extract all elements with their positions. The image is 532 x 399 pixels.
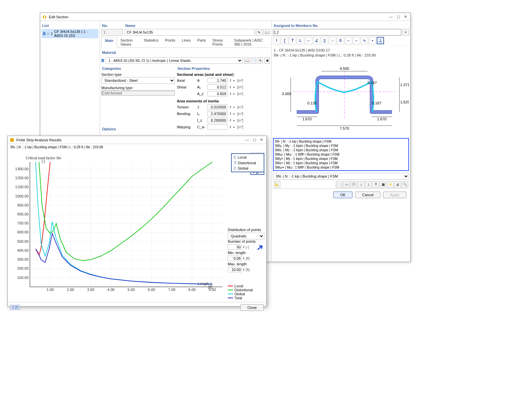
cross-section-diagram: 4.500 1.371 1.629 3.000 0.135 0.187 0.18…	[273, 60, 409, 137]
shape-custom-icon[interactable]: ⊥	[377, 37, 384, 44]
tab-subpanels[interactable]: Subpanels | AISC 360 | 2016	[231, 37, 270, 48]
svg-text:300.00: 300.00	[17, 257, 29, 261]
prop-value-input[interactable]	[207, 104, 227, 110]
spinner[interactable]: ▲▼	[229, 125, 231, 129]
mode-list-item[interactable]: δMy- | My : -1 kipin | Buckling shape | …	[274, 144, 408, 148]
shape-hat-icon[interactable]: ⌐	[305, 37, 312, 44]
go-icon[interactable]: ▸	[233, 119, 235, 122]
tool-frame-icon[interactable]: ▭	[343, 181, 350, 188]
maximize-button[interactable]: ▢	[397, 15, 400, 19]
max-input[interactable]	[228, 267, 242, 272]
go-icon[interactable]: ▸	[233, 92, 235, 95]
cancel-button[interactable]: Cancel	[355, 192, 380, 198]
tool-print-icon[interactable]: 🖨	[394, 181, 401, 188]
assigned-input[interactable]	[273, 29, 401, 36]
go-icon[interactable]: ▸	[233, 112, 235, 115]
mode-select[interactable]: δN- | N : -1 kip | Buckling shape | FSM	[273, 173, 409, 180]
prop-value-input[interactable]	[207, 124, 227, 130]
mode-list-item[interactable]: δMω+ | Mω : 1 lbfft² | Buckling shape | …	[274, 165, 408, 170]
dist-select[interactable]: Quadratic	[228, 233, 264, 239]
dd-distortional[interactable]: ↃDistortional	[232, 160, 263, 166]
shape-o-icon[interactable]: ○	[329, 37, 336, 44]
shape-u2-icon[interactable]: ⌐	[345, 37, 352, 44]
minimize-button[interactable]: —	[389, 15, 393, 19]
name-input[interactable]	[125, 29, 255, 36]
go-icon[interactable]: ▸	[233, 85, 235, 89]
shape-rect-icon[interactable]: ▯	[321, 37, 328, 44]
tool-dots-icon[interactable]: ⠿	[372, 181, 379, 188]
go-icon[interactable]: ▸	[233, 125, 235, 129]
mode-list-item[interactable]: δMz+ | Mz : 1 kipin | Buckling shape | F…	[274, 161, 408, 165]
apply-button[interactable]: Apply	[383, 192, 406, 198]
np-input[interactable]	[228, 244, 242, 250]
tool-hatch-icon[interactable]: ▦	[380, 181, 386, 188]
mode-list-item[interactable]: δMz- | Mz : -1 kipin | Buckling shape | …	[274, 148, 408, 152]
fsm-maximize-button[interactable]: ▢	[253, 138, 256, 142]
tool-grid-icon[interactable]: ⋮⋮	[336, 181, 342, 188]
tab-lines[interactable]: Lines	[179, 37, 194, 48]
library-button[interactable]: 📖	[263, 29, 270, 36]
shape-l-icon[interactable]: L	[297, 37, 304, 44]
inertia-subheading: Area moments of inertia	[177, 97, 270, 104]
material-new-button[interactable]: 📄	[251, 57, 256, 64]
mode-list-item[interactable]: δN- | N : -1 kip | Buckling shape | FSM	[274, 139, 408, 144]
spinner[interactable]: ▲▼	[229, 92, 231, 95]
options-heading: Options	[101, 126, 175, 132]
close-button[interactable]: ✕	[404, 15, 407, 19]
shape-wave-icon[interactable]: ∿	[361, 37, 368, 44]
edit-name-button[interactable]: ✎	[256, 29, 262, 36]
prop-value-input[interactable]	[207, 118, 227, 123]
no-input[interactable]	[101, 29, 123, 36]
shape-i-icon[interactable]: I	[273, 37, 280, 44]
tab-parts[interactable]: Parts	[194, 37, 209, 48]
go-icon[interactable]: ▸	[233, 105, 235, 109]
prop-value-input[interactable]	[207, 111, 227, 116]
fsm-minimize-button[interactable]: —	[245, 138, 249, 142]
shape-z-icon[interactable]: ⌐	[353, 37, 360, 44]
material-edit-button[interactable]: ✎	[258, 57, 263, 64]
go-icon[interactable]: ▸	[233, 79, 235, 82]
tab-points[interactable]: Points	[162, 37, 179, 48]
spinner[interactable]: ▲▼	[229, 85, 231, 89]
svg-text:400.00: 400.00	[17, 248, 29, 252]
tab-main[interactable]: Main	[101, 37, 117, 48]
fsm-footer: 0.00 Close	[8, 302, 266, 313]
mode-list-item[interactable]: δMy+ | My : 1 kipin | Buckling shape | F…	[274, 157, 408, 161]
tool-zoom-icon[interactable]: 🔍	[402, 181, 408, 188]
assigned-pick-button[interactable]: ⌖	[402, 29, 409, 36]
svg-text:600.00: 600.00	[17, 230, 29, 234]
tool-info-icon[interactable]: ⓘ	[350, 181, 357, 188]
tool-axis1-icon[interactable]: ⊥	[358, 181, 364, 188]
shape-0-icon[interactable]: 0	[337, 37, 344, 44]
tool-action-icon[interactable]: ⚡	[387, 181, 394, 188]
ok-button[interactable]: OK	[333, 192, 352, 198]
tool-axis2-icon[interactable]: ⊥	[365, 181, 372, 188]
close-button[interactable]: Close	[240, 304, 264, 311]
tab-statistics[interactable]: Statistics	[141, 37, 162, 48]
material-lib-button[interactable]: 📖	[244, 57, 250, 64]
spinner[interactable]: ▲▼	[229, 112, 231, 115]
shape-bracket-icon[interactable]: [	[281, 37, 288, 44]
spinner[interactable]: ▲▼	[229, 105, 231, 109]
shape-dot-icon[interactable]: •	[369, 37, 376, 44]
material-delete-button[interactable]: ✖	[264, 57, 270, 64]
list-item[interactable]: ∩ 1 CF 3HU4.5x135 | 1 - A653-15 (SS	[42, 29, 98, 38]
prop-value-input[interactable]	[207, 84, 227, 90]
svg-text:0.135: 0.135	[308, 101, 317, 105]
shape-angle-icon[interactable]: ∠	[313, 37, 320, 44]
tab-section-values[interactable]: Section Values	[117, 37, 140, 48]
material-select[interactable]: 1 - A653-15 (SS 50, Cl 1) | Isotropic | …	[105, 57, 243, 64]
tab-stress-points[interactable]: Stress Points	[209, 37, 231, 48]
prop-value-input[interactable]	[207, 78, 227, 83]
tool-measure-icon[interactable]: 📐	[274, 181, 280, 188]
prop-value-input[interactable]	[207, 91, 227, 96]
mode-list-item[interactable]: δMω- | Mω : -1 lbfft² | Buckling shape |…	[274, 152, 408, 157]
shape-t-icon[interactable]: T	[289, 37, 296, 44]
min-input[interactable]	[228, 256, 242, 261]
dd-global[interactable]: CGlobal	[232, 166, 263, 171]
dd-local[interactable]: CLocal	[232, 155, 263, 160]
spinner[interactable]: ▲▼	[229, 79, 231, 82]
fsm-close-button[interactable]: ✕	[260, 138, 263, 142]
section-type-select[interactable]: Standardized - Steel	[101, 77, 175, 84]
spinner[interactable]: ▲▼	[229, 119, 231, 122]
